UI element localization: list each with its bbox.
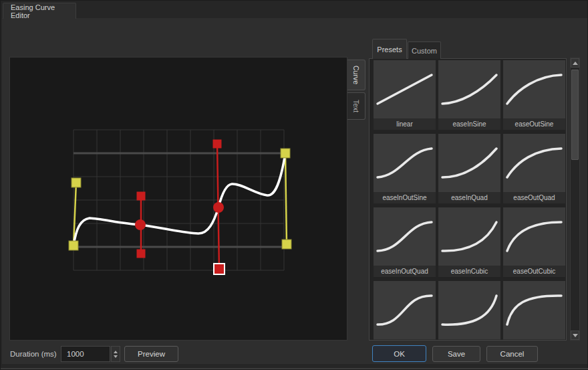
preset-tile[interactable] xyxy=(438,281,500,341)
preset-curve-thumbnail xyxy=(438,134,500,192)
duration-stepper[interactable] xyxy=(111,346,120,362)
preset-tile[interactable] xyxy=(374,281,436,341)
side-tab-text-label: Text xyxy=(352,100,360,112)
tab-presets-label: Presets xyxy=(377,45,402,54)
preview-button-label: Preview xyxy=(138,350,165,358)
duration-input[interactable] xyxy=(61,346,110,362)
preset-tile-easeOutCubic[interactable]: easeOutCubic xyxy=(503,207,565,277)
preset-label xyxy=(438,339,500,341)
tab-presets[interactable]: Presets xyxy=(372,39,407,59)
red-control-handle[interactable] xyxy=(213,140,222,149)
preset-tile-easeInQuad[interactable]: easeInQuad xyxy=(438,134,500,203)
yellow-control-handle[interactable] xyxy=(282,240,291,249)
ok-button[interactable]: OK xyxy=(372,345,426,362)
preset-label: easeInOutSine xyxy=(374,192,436,203)
scroll-down-button[interactable] xyxy=(571,331,579,340)
preset-curve-thumbnail xyxy=(374,281,436,339)
preset-label: easeInQuad xyxy=(438,192,500,203)
preset-curve-thumbnail xyxy=(503,281,565,339)
arrow-down-icon xyxy=(573,334,578,337)
ok-button-label: OK xyxy=(394,350,405,358)
preview-button[interactable]: Preview xyxy=(124,346,178,362)
preset-tile-easeOutSine[interactable]: easeOutSine xyxy=(503,60,565,130)
presets-list: lineareaseInSineeaseOutSineeaseInOutSine… xyxy=(369,58,567,341)
easing-curve-editor-window: Easing Curve Editor Curve Text Presets C… xyxy=(0,0,588,370)
yellow-control-handle[interactable] xyxy=(69,241,78,250)
yellow-control-handle[interactable] xyxy=(281,149,290,158)
red-control-handle[interactable] xyxy=(137,250,146,258)
preset-curve-thumbnail xyxy=(374,134,436,192)
red-control-handle-selected[interactable] xyxy=(214,264,225,274)
tab-easing-curve-editor-label: Easing Curve Editor xyxy=(11,3,76,19)
yellow-handle-line xyxy=(285,153,287,244)
scroll-up-button[interactable] xyxy=(571,58,579,68)
presets-scrollbar[interactable] xyxy=(570,58,580,341)
curve-canvas[interactable] xyxy=(9,57,347,341)
stepper-down-icon xyxy=(114,355,118,358)
preset-label: linear xyxy=(374,118,436,130)
save-button[interactable]: Save xyxy=(432,346,480,362)
preset-label: easeInCubic xyxy=(438,266,500,277)
preset-curve-thumbnail xyxy=(374,207,436,266)
preset-curve-thumbnail xyxy=(438,207,500,266)
preset-curve-thumbnail xyxy=(503,207,565,266)
preset-curve-thumbnail xyxy=(503,134,565,192)
yellow-control-handle[interactable] xyxy=(71,178,81,187)
preset-label: easeInSine xyxy=(438,118,500,130)
preset-tile-easeInOutSine[interactable]: easeInOutSine xyxy=(374,134,436,203)
preset-label xyxy=(374,339,436,341)
red-keypoint[interactable] xyxy=(213,202,224,213)
side-tab-curve[interactable]: Curve xyxy=(347,60,365,90)
scrollbar-thumb[interactable] xyxy=(571,70,579,160)
preset-tile-easeInOutQuad[interactable]: easeInOutQuad xyxy=(374,207,436,277)
tab-custom-label: Custom xyxy=(412,47,437,55)
cancel-button-label: Cancel xyxy=(500,350,525,358)
side-tab-text[interactable]: Text xyxy=(347,92,365,120)
duration-label: Duration (ms) xyxy=(10,346,57,362)
preset-label xyxy=(503,339,565,341)
preset-curve-thumbnail xyxy=(438,60,500,118)
easing-curve-path xyxy=(74,153,285,246)
preset-tile-linear[interactable]: linear xyxy=(374,60,436,130)
preset-curve-thumbnail xyxy=(503,60,565,118)
cancel-button[interactable]: Cancel xyxy=(486,346,538,362)
preset-tile[interactable] xyxy=(503,281,565,341)
preset-label: easeOutQuad xyxy=(503,192,565,203)
presets-grid: lineareaseInSineeaseOutSineeaseInOutSine… xyxy=(370,59,566,341)
stepper-up-icon xyxy=(114,351,118,353)
preset-curve-thumbnail xyxy=(438,281,500,339)
red-keypoint[interactable] xyxy=(135,219,146,230)
save-button-label: Save xyxy=(448,350,465,358)
red-control-handle[interactable] xyxy=(137,192,146,201)
curve-canvas-svg[interactable] xyxy=(10,58,347,340)
preset-label: easeOutCubic xyxy=(503,266,565,277)
preset-label: easeInOutQuad xyxy=(374,266,436,277)
tab-custom[interactable]: Custom xyxy=(408,41,441,59)
arrow-up-icon xyxy=(573,62,578,65)
preset-curve-thumbnail xyxy=(374,60,436,118)
preset-tile-easeInCubic[interactable]: easeInCubic xyxy=(438,207,500,277)
preset-tile-easeOutQuad[interactable]: easeOutQuad xyxy=(503,134,565,203)
preset-label: easeOutSine xyxy=(503,118,565,130)
preset-tile-easeInSine[interactable]: easeInSine xyxy=(438,60,500,130)
tab-easing-curve-editor[interactable]: Easing Curve Editor xyxy=(3,3,76,19)
side-tab-curve-label: Curve xyxy=(352,66,360,84)
window-bottom-divider xyxy=(1,368,588,369)
